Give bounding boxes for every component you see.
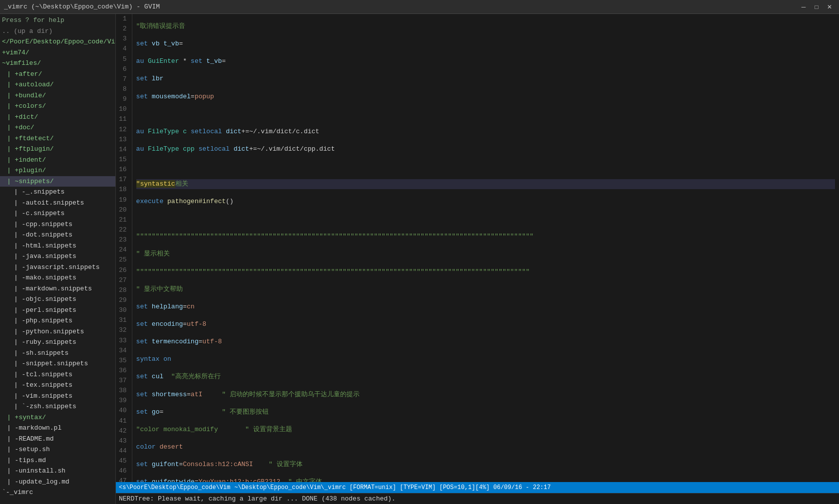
code-line-4: set lbr [136, 74, 835, 84]
sidebar-item-cpp-snippets[interactable]: | -cpp.snippets [0, 219, 115, 230]
code-line-22: set shortmess=atI " 启动的时候不显示那个援助乌干达儿童的提示 [136, 390, 835, 400]
titlebar-controls: ─ □ ✕ [798, 1, 835, 12]
code-line-14: " 显示相关 [136, 249, 835, 259]
sidebar-item-java-snippets[interactable]: | -java.snippets [0, 251, 115, 262]
sidebar-item-doc[interactable]: | +doc/ [0, 122, 115, 133]
sidebar-item-tcl-snippets[interactable]: | -tcl.snippets [0, 369, 115, 380]
sidebar-item-html-snippets[interactable]: | -html.snippets [0, 241, 115, 252]
close-button[interactable]: ✕ [824, 1, 835, 12]
sidebar-item-vimrc[interactable]: `-_vimrc [0, 487, 115, 498]
main-area: Press ? for help .. (up a dir) </PoorE/D… [0, 14, 839, 504]
sidebar-item-objc-snippets[interactable]: | -objc.snippets [0, 294, 115, 305]
sidebar-item-c-snippets[interactable]: | -c.snippets [0, 208, 115, 219]
sidebar-item-vim-snippets[interactable]: | -vim.snippets [0, 391, 115, 402]
sidebar-item-ftdetect[interactable]: | +ftdetect/ [0, 133, 115, 144]
sidebar-item-update-log[interactable]: | -update_log.md [0, 477, 115, 488]
sidebar-item-root[interactable]: </PoorE/Desktop/Eppoo_code/Vim/ [0, 36, 115, 47]
sidebar-item-parent[interactable]: .. (up a dir) [0, 26, 115, 37]
sidebar-item-vim74[interactable]: +vim74/ [0, 47, 115, 58]
code-line-15: """"""""""""""""""""""""""""""""""""""""… [136, 267, 835, 277]
sidebar-item-tips[interactable]: | -tips.md [0, 455, 115, 466]
code-line-3: au GuiEnter * set t_vb= [136, 56, 835, 66]
code-line-27: set guifontwide=YouYuan:h12:b:cGB2312 " … [136, 477, 835, 482]
code-line-1: "取消错误提示音 [136, 21, 835, 31]
sidebar-item-php-snippets[interactable]: | -php.snippets [0, 315, 115, 326]
sidebar-item-dot-snippets[interactable]: | -dot.snippets [0, 230, 115, 241]
code-area[interactable]: 1 2 3 4 5 6 7 8 9 10 11 12 13 14 15 16 1… [116, 14, 839, 482]
sidebar-item-indent[interactable]: | +indent/ [0, 155, 115, 166]
sidebar-item-perl-snippets[interactable]: | -perl.snippets [0, 305, 115, 316]
code-line-13: """"""""""""""""""""""""""""""""""""""""… [136, 232, 835, 242]
sidebar-help: Press ? for help [0, 15, 115, 26]
sidebar-item-javascript-snippets[interactable]: | -javascript.snippets [0, 262, 115, 273]
maximize-button[interactable]: □ [811, 1, 822, 12]
sidebar-item-after[interactable]: | +after/ [0, 69, 115, 80]
sidebar-item-python-snippets[interactable]: | -python.snippets [0, 326, 115, 337]
sidebar-item-ftplugin[interactable]: | +ftplugin/ [0, 144, 115, 155]
sidebar-item-zsh-snippets[interactable]: | `-zsh.snippets [0, 401, 115, 412]
statusbar-left: <s\PoorE\Desktop\Eppoo_code\Vim [119, 484, 230, 491]
titlebar: _vimrc (~\Desktop\Eppoo_code\Vim) - GVIM… [0, 0, 839, 14]
sidebar-item-snippets[interactable]: | ~snippets/ [0, 176, 115, 187]
sidebar-item-markdown-pl[interactable]: | -markdown.pl [0, 423, 115, 434]
sidebar-item-plugin[interactable]: | +plugin/ [0, 165, 115, 176]
sidebar-item-uninstall[interactable]: | -uninstall.sh [0, 466, 115, 477]
titlebar-title: _vimrc (~\Desktop\Eppoo_code\Vim) - GVIM [4, 3, 160, 10]
code-line-26: set guifont=Consolas:h12:cANSI " 设置字体 [136, 460, 835, 470]
code-line-16: " 显示中文帮助 [136, 284, 835, 294]
code-line-2: set vb t_vb= [136, 39, 835, 49]
editor: 1 2 3 4 5 6 7 8 9 10 11 12 13 14 15 16 1… [116, 14, 839, 504]
statusbar-right: ~\Desktop\Eppoo_code\Vim\_vimrc [FORMAT=… [234, 484, 551, 491]
code-line-10: "syntastic相关 [136, 179, 835, 189]
code-line-20: syntax on [136, 354, 835, 364]
sidebar-item-mako-snippets[interactable]: | -mako.snippets [0, 272, 115, 283]
code-line-11: execute pathogen#infect() [136, 197, 835, 207]
sidebar-item-ruby-snippets[interactable]: | -ruby.snippets [0, 337, 115, 348]
code-content: "取消错误提示音 set vb t_vb= au GuiEnter * set … [132, 14, 839, 482]
code-line-25: color desert [136, 442, 835, 452]
code-line-8: au FileType cpp setlocal dict+=~/.vim/di… [136, 144, 835, 154]
sidebar-item-sh-snippets[interactable]: | -sh.snippets [0, 348, 115, 359]
line-numbers: 1 2 3 4 5 6 7 8 9 10 11 12 13 14 15 16 1… [116, 14, 132, 482]
code-line-9 [136, 162, 835, 172]
sidebar-item-colors[interactable]: | +colors/ [0, 101, 115, 112]
code-line-12 [136, 214, 835, 224]
statusbar: <s\PoorE\Desktop\Eppoo_code\Vim ~\Deskto… [116, 482, 839, 493]
code-line-17: set helplang=cn [136, 302, 835, 312]
sidebar-item-readme[interactable]: | -README.md [0, 434, 115, 445]
code-line-6 [136, 109, 835, 119]
code-line-5: set mousemodel=popup [136, 92, 835, 102]
message-bar: NERDTree: Please wait, caching a large d… [116, 493, 839, 504]
sidebar-item-dict[interactable]: | +dict/ [0, 112, 115, 123]
sidebar-item-tex-snippets[interactable]: | -tex.snippets [0, 380, 115, 391]
sidebar-item-syntax[interactable]: | +syntax/ [0, 412, 115, 423]
minimize-button[interactable]: ─ [798, 1, 809, 12]
sidebar[interactable]: Press ? for help .. (up a dir) </PoorE/D… [0, 14, 116, 504]
code-line-19: set termencoding=utf-8 [136, 337, 835, 347]
sidebar-item-autoload[interactable]: | +autoload/ [0, 79, 115, 90]
message-text: NERDTree: Please wait, caching a large d… [119, 495, 396, 503]
sidebar-item-bundle[interactable]: | +bundle/ [0, 90, 115, 101]
code-line-7: au FileType c setlocal dict+=~/.vim/dict… [136, 127, 835, 137]
code-line-18: set encoding=utf-8 [136, 319, 835, 329]
sidebar-item-underscore-snippets[interactable]: | -_.snippets [0, 187, 115, 198]
sidebar-item-autoit[interactable]: | -autoit.snippets [0, 198, 115, 209]
code-line-21: set cul "高亮光标所在行 [136, 372, 835, 382]
code-line-23: set go= " 不要图形按钮 [136, 407, 835, 417]
sidebar-item-markdown-snippets[interactable]: | -markdown.snippets [0, 283, 115, 294]
sidebar-item-setup[interactable]: | -setup.sh [0, 444, 115, 455]
sidebar-item-snippet-snippets[interactable]: | -snippet.snippets [0, 358, 115, 369]
code-line-24: "color monokai_modify " 设置背景主题 [136, 425, 835, 435]
sidebar-item-vimfiles[interactable]: ~vimfiles/ [0, 58, 115, 69]
